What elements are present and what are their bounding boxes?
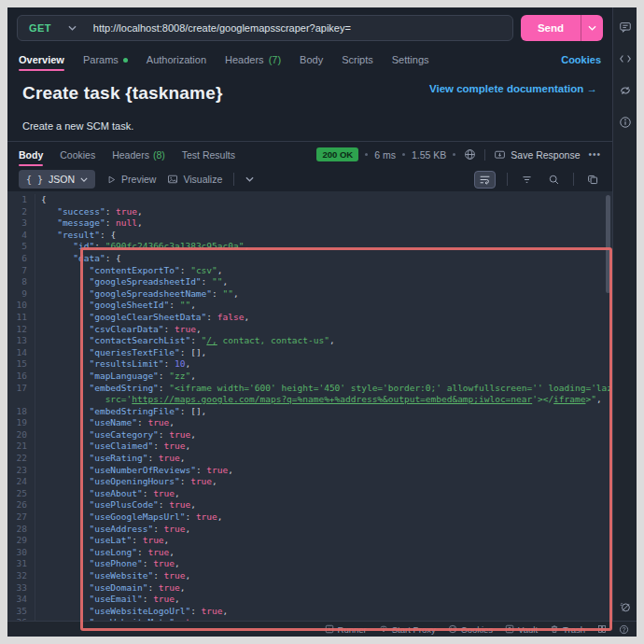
cookies-link[interactable]: Cookies	[561, 54, 601, 65]
method-label: GET	[29, 22, 51, 34]
code-line: 21 "useClaimed": true,	[7, 441, 612, 453]
comments-button[interactable]	[617, 19, 634, 35]
send-button[interactable]: Send	[521, 15, 581, 41]
wrap-text-icon	[479, 174, 491, 186]
vault-icon	[505, 624, 514, 634]
chevron-down-icon	[68, 25, 77, 31]
url-box: GET	[17, 15, 513, 41]
chevron-down-icon	[588, 25, 596, 31]
chevron-down-icon	[80, 177, 88, 182]
bottom-panel-toggle[interactable]	[597, 624, 607, 634]
code-line: 10 "googleSheetId": "",	[7, 300, 612, 312]
code-line: 1{	[7, 194, 612, 206]
code-line: 30 "useLong": true,	[7, 547, 612, 559]
view-documentation-link[interactable]: View complete documentation →	[429, 83, 597, 94]
info-button[interactable]	[617, 114, 634, 131]
code-line: 33 "useDomain": true,	[7, 582, 612, 595]
response-tab-body[interactable]: Body	[19, 142, 43, 167]
code-line: 7 "contentExportTo": "csv",	[7, 265, 612, 277]
response-header: Body Cookies Headers(8) Test Results 200…	[7, 142, 612, 167]
code-line: 9 "googleSpreadsheetName": "",	[7, 288, 612, 301]
tab-authorization[interactable]: Authorization	[147, 48, 206, 72]
search-button[interactable]	[546, 172, 562, 188]
response-tab-test-results[interactable]: Test Results	[182, 142, 235, 167]
request-bar: GET Send	[7, 7, 612, 48]
method-dropdown[interactable]: GET	[18, 22, 88, 34]
trash-button[interactable]: Trash	[550, 624, 585, 635]
body-viewer-toolbar: { } JSON Preview Visualize	[7, 167, 612, 191]
search-icon	[548, 174, 560, 186]
visualize-options-dropdown[interactable]	[245, 176, 254, 182]
grid-icon	[597, 624, 607, 634]
tab-headers[interactable]: Headers(7)	[225, 48, 281, 72]
tab-scripts[interactable]: Scripts	[342, 48, 373, 72]
more-options-button[interactable]: •••	[588, 149, 601, 160]
code-line: 28 "useAddress": true,	[7, 524, 612, 536]
json-code: 1{2 "success": true,3 "message": null,4 …	[7, 191, 612, 621]
play-icon	[106, 175, 117, 185]
code-line: 34 "useEmail": true,	[7, 594, 612, 606]
braces-icon: { }	[26, 175, 43, 185]
runner-button[interactable]: Runner	[325, 624, 367, 635]
vault-button[interactable]: Vault	[505, 624, 538, 635]
code-line: 35 "useWebsiteLogoUrl": true,	[7, 606, 612, 618]
network-info-button[interactable]	[462, 147, 478, 162]
tab-params[interactable]: Params	[83, 48, 128, 72]
documentation-section: Create task {taskname} View complete doc…	[7, 72, 612, 141]
offline-icon	[619, 600, 632, 613]
code-line: 11 "googleClearSheetData": false,	[7, 312, 612, 324]
code-snippet-button[interactable]	[617, 50, 634, 67]
filter-button[interactable]	[519, 172, 535, 188]
cookie-icon	[448, 624, 457, 634]
code-line: 24 "useOpeningHours": true,	[7, 476, 612, 488]
code-icon	[619, 52, 632, 65]
code-line: 32 "useWebsite": true,	[7, 570, 612, 582]
doc-subtitle: Create a new SCM task.	[22, 120, 597, 132]
start-proxy-button[interactable]: Start Proxy	[379, 624, 436, 635]
response-tab-headers[interactable]: Headers(8)	[112, 142, 165, 167]
app-window: GET Send Overview Params Authorization H…	[7, 7, 637, 637]
code-line: 13 "contactSearchList": "/, contact, con…	[7, 335, 612, 347]
status-bar: Runner Start Proxy Cookies Vault Trash	[7, 621, 637, 637]
code-line: 16 "mapLanguage": "zz",	[7, 371, 612, 383]
sync-icon	[619, 84, 632, 97]
send-options-button[interactable]	[581, 15, 603, 41]
tab-body[interactable]: Body	[300, 48, 323, 72]
request-tabs: Overview Params Authorization Headers(7)…	[7, 48, 612, 72]
save-response-button[interactable]: Save Response	[492, 147, 581, 162]
help-button[interactable]	[619, 624, 629, 635]
format-dropdown[interactable]: { } JSON	[19, 170, 95, 189]
status-badge: 200 OK	[316, 147, 358, 161]
visualize-toggle[interactable]: Visualize	[167, 174, 222, 185]
preview-toggle[interactable]: Preview	[106, 174, 156, 185]
vertical-scrollbar[interactable]	[606, 195, 610, 293]
url-input[interactable]	[88, 22, 512, 34]
tab-overview[interactable]: Overview	[19, 48, 64, 72]
filter-icon	[521, 174, 533, 186]
code-line: 12 "csvClearData": true,	[7, 324, 612, 336]
sync-button[interactable]	[617, 82, 634, 99]
copy-icon	[587, 174, 599, 186]
tab-settings[interactable]: Settings	[392, 48, 429, 72]
code-line: 20 "useCategory": true,	[7, 429, 612, 441]
response-body-viewer[interactable]: 1{2 "success": true,3 "message": null,4 …	[7, 191, 612, 621]
code-line: 17 "embedString": "<iframe width='600' h…	[7, 383, 612, 395]
page-title: Create task {taskname}	[22, 83, 223, 104]
cookies-manager-button[interactable]: Cookies	[448, 624, 493, 635]
code-line: 22 "useRating": true,	[7, 453, 612, 465]
code-line: 14 "queriesTextFile": [],	[7, 347, 612, 359]
copy-button[interactable]	[585, 172, 601, 188]
response-tab-cookies[interactable]: Cookies	[60, 142, 95, 167]
code-line: 15 "resultsLimit": 10,	[7, 358, 612, 371]
trash-icon	[550, 624, 559, 634]
code-line: 23 "useNumberOfReviews": true,	[7, 465, 612, 477]
code-line: 19 "useName": true,	[7, 417, 612, 429]
wrap-text-button[interactable]	[474, 171, 496, 189]
code-line: 5 "id": "690fc24366c3a1383c95ac0a",	[7, 241, 612, 253]
offline-status-button[interactable]	[617, 598, 634, 615]
response-size: 1.55 KB	[412, 149, 446, 161]
globe-icon	[464, 148, 476, 161]
image-icon	[167, 174, 178, 185]
comment-icon	[619, 21, 632, 34]
code-line: 27 "useGoogleMapsUrl": true,	[7, 511, 612, 524]
